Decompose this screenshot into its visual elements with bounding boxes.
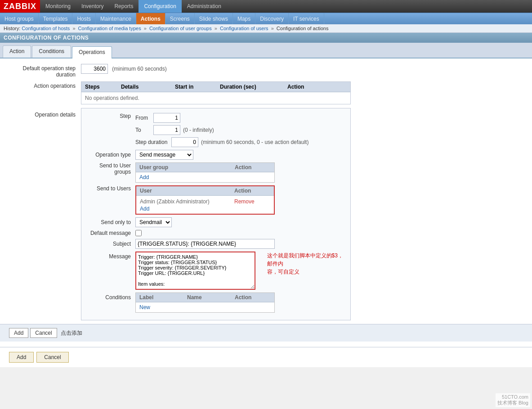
- send-only-to-value: Sendmail Email SMS: [135, 217, 346, 227]
- content-area: Default operation step duration (minimum…: [0, 58, 532, 347]
- send-only-to-label: Send only to: [86, 219, 135, 225]
- message-label: Message: [86, 252, 135, 260]
- col-header-startin: Start in: [175, 84, 220, 90]
- nav-monitoring[interactable]: Monitoring: [40, 0, 76, 13]
- step-duration-input[interactable]: [171, 137, 198, 147]
- to-hint: (0 - infinitely): [183, 127, 214, 133]
- final-cancel-button[interactable]: Cancel: [36, 352, 68, 363]
- user-groups-body: Add: [136, 172, 274, 182]
- nav-hosts[interactable]: Hosts: [72, 13, 96, 24]
- default-step-duration-input[interactable]: [81, 64, 108, 74]
- send-to-user-groups-value: User group Action Add: [135, 162, 346, 183]
- nav-it-services[interactable]: IT services: [289, 13, 324, 24]
- conditions-new-link[interactable]: New: [139, 304, 150, 310]
- operation-type-row: Operation type Send message Remote comma…: [86, 150, 346, 160]
- nav-inventory[interactable]: Inventory: [76, 0, 109, 13]
- default-step-duration-row: Default operation step duration (minimum…: [0, 64, 532, 78]
- conditions-header: Label Name Action: [136, 293, 274, 302]
- cancel-small-button[interactable]: Cancel: [30, 328, 57, 338]
- send-to-user-groups-label: Send to User groups: [86, 162, 135, 175]
- page-header: CONFIGURATION OF ACTIONS: [0, 33, 532, 43]
- nav-host-groups[interactable]: Host groups: [0, 13, 39, 24]
- breadcrumb-sep3: »: [215, 26, 219, 31]
- action-operations-label: Action operations: [9, 81, 81, 89]
- message-row: Message Trigger: {TRIGGER.NAME} Trigger …: [86, 252, 346, 290]
- page-title: CONFIGURATION OF ACTIONS: [4, 35, 528, 41]
- user-groups-header: User group Action: [136, 163, 274, 172]
- breadcrumb-users[interactable]: Configuration of users: [220, 26, 268, 31]
- col-header-duration: Duration (sec): [220, 84, 287, 90]
- breadcrumb-hosts[interactable]: Configuration of hosts: [22, 26, 70, 31]
- operations-empty-message: No operations defined.: [85, 95, 139, 101]
- conditions-row: Conditions Label Name Action New: [86, 292, 346, 313]
- message-value: Trigger: {TRIGGER.NAME} Trigger status: …: [135, 252, 346, 290]
- users-col-action: Action: [234, 188, 270, 194]
- logo: ZABBIX: [0, 0, 40, 13]
- breadcrumb-sep2: »: [144, 26, 148, 31]
- operation-details-value: Step From To (0 - infinitely) Step dur: [81, 108, 523, 320]
- action-operations-row: Action operations Steps Details Start in…: [0, 81, 532, 104]
- nav-discovery[interactable]: Discovery: [255, 13, 289, 24]
- breadcrumb-sep1: »: [72, 26, 76, 31]
- breadcrumb-user-groups[interactable]: Configuration of user groups: [149, 26, 212, 31]
- nav-maps[interactable]: Maps: [233, 13, 255, 24]
- default-message-row: Default message: [86, 230, 346, 236]
- user-name: Admin (Zabbix Administrator): [140, 198, 234, 205]
- bottom-bar: Add Cancel 点击添加: [0, 324, 532, 342]
- breadcrumb-media-types[interactable]: Configuration of media types: [78, 26, 141, 31]
- action-operations-value: Steps Details Start in Duration (sec) Ac…: [81, 81, 523, 104]
- logo-text: ZABBIX: [4, 2, 36, 11]
- message-textarea[interactable]: Trigger: {TRIGGER.NAME} Trigger status: …: [135, 252, 255, 290]
- step-row: Step From To (0 - infinitely) Step dur: [86, 113, 346, 147]
- send-to-user-groups-row: Send to User groups User group Action Ad…: [86, 162, 346, 183]
- final-add-button[interactable]: Add: [9, 352, 34, 363]
- default-step-duration-value: (minimum 60 seconds): [81, 64, 523, 74]
- step-label: Step: [86, 113, 135, 119]
- send-only-to-select[interactable]: Sendmail Email SMS: [135, 217, 172, 227]
- operations-table-body: No operations defined.: [81, 92, 350, 104]
- default-message-checkbox[interactable]: [135, 230, 142, 236]
- nav-templates[interactable]: Templates: [39, 13, 73, 24]
- add-annotation: 点击添加: [61, 329, 82, 337]
- col-header-action: Action: [287, 84, 347, 90]
- breadcrumb: History: Configuration of hosts » Config…: [0, 24, 532, 33]
- send-to-users-row: Send to Users User Action Admin (Zabbix …: [86, 185, 346, 215]
- breadcrumb-history-label: History:: [4, 26, 20, 31]
- chinese-annotation: 这个就是我们脚本中定义的$3，邮件内 容，可自定义: [267, 252, 346, 276]
- subject-row: Subject: [86, 239, 346, 249]
- nav-maintenance[interactable]: Maintenance: [96, 13, 136, 24]
- to-label: To: [135, 127, 153, 133]
- conditions-col-label: Label: [139, 294, 187, 301]
- step-duration-hint: (minimum 60 seconds, 0 - use action defa…: [201, 139, 308, 145]
- from-label: From: [135, 115, 153, 121]
- details-box: Step From To (0 - infinitely) Step dur: [81, 108, 351, 320]
- users-add-link[interactable]: Add: [140, 206, 149, 212]
- tabs-container: Action Conditions Operations: [0, 43, 532, 58]
- step-value: From To (0 - infinitely) Step duration (…: [135, 113, 346, 147]
- from-input[interactable]: [153, 113, 180, 123]
- user-groups-table: User group Action Add: [135, 162, 275, 183]
- nav-screens[interactable]: Screens: [165, 13, 195, 24]
- operation-type-select[interactable]: Send message Remote command: [135, 150, 193, 160]
- watermark-site: 51CTO.com: [502, 394, 528, 400]
- nav-administration[interactable]: Administration: [182, 0, 227, 13]
- nav-slide-shows[interactable]: Slide shows: [195, 13, 233, 24]
- nav-reports[interactable]: Reports: [109, 0, 139, 13]
- tab-action[interactable]: Action: [3, 45, 31, 58]
- user-groups-col-action: Action: [235, 164, 271, 171]
- default-step-duration-label: Default operation step duration: [9, 64, 81, 78]
- remove-user-link[interactable]: Remove: [234, 198, 255, 205]
- nav-actions[interactable]: Actions: [136, 13, 165, 24]
- subject-label: Subject: [86, 241, 135, 247]
- tab-conditions[interactable]: Conditions: [32, 45, 71, 58]
- default-message-value: [135, 230, 346, 236]
- second-navigation: Host groups Templates Hosts Maintenance …: [0, 13, 532, 24]
- tab-operations[interactable]: Operations: [72, 46, 112, 58]
- send-only-to-row: Send only to Sendmail Email SMS: [86, 217, 346, 227]
- operations-table: Steps Details Start in Duration (sec) Ac…: [81, 81, 351, 104]
- user-groups-add-link[interactable]: Add: [139, 174, 149, 180]
- nav-configuration[interactable]: Configuration: [139, 0, 181, 13]
- to-input[interactable]: [153, 125, 180, 135]
- add-small-button[interactable]: Add: [9, 328, 28, 338]
- subject-input[interactable]: [135, 239, 275, 249]
